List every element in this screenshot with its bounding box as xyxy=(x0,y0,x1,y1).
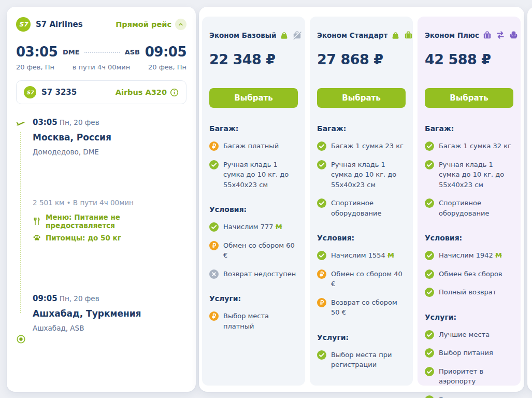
flight-summary-card: S7 S7 Airlines Прямой рейс 03:05 DME ASB… xyxy=(7,7,196,392)
timeline-spacer xyxy=(33,242,186,294)
depart-city: Москва, Россия xyxy=(33,132,186,143)
fare-header-icons xyxy=(279,30,302,40)
fare-feature-item: Обмен со сбором 40 € xyxy=(317,269,406,289)
direct-flight-toggle[interactable]: Прямой рейс xyxy=(116,19,186,30)
fare-feature-text: Бизнес зал xyxy=(439,395,478,398)
flight-number: S7 3235 xyxy=(41,88,77,97)
fare-feature-text: Выбор места при регистрации xyxy=(331,350,406,370)
fare-section-heading: Услуги: xyxy=(209,294,298,303)
fare-feature-item: Возврат со сбором 50 € xyxy=(317,297,406,318)
arrive-date: 20 фев, Пн xyxy=(143,63,186,71)
fare-feature-item: Багаж 1 сумка 23 кг xyxy=(317,141,406,151)
baggage-purple-icon xyxy=(482,30,492,40)
fare-feature-item: Возврат недоступен xyxy=(209,269,298,279)
fare-title: Эконом Плюс xyxy=(425,31,479,39)
fare-feature-item: Багаж 1 сумка 32 кг xyxy=(425,141,513,151)
fare-feature-text: Выбор питания xyxy=(439,348,493,358)
menu-feature-row: Меню: Питание не предоставляется xyxy=(33,213,186,230)
arrive-airport: Ашхабад, ASB xyxy=(33,324,186,332)
route-dates-row: 20 фев, Пн в пути 4ч 00мин 20 фев, Пн xyxy=(7,60,196,71)
timeline-dotted-line xyxy=(20,132,21,313)
fare-title: Эконом Базовый xyxy=(209,31,276,39)
segment-depart-date: Пн, 20 фев xyxy=(60,118,99,126)
segment-arrive-time-row: 09:05Пн, 20 фев xyxy=(33,294,186,303)
depart-airport: Домодедово, DME xyxy=(33,148,186,156)
seat-purple-icon xyxy=(509,30,519,40)
paid-icon xyxy=(317,269,326,279)
select-fare-button[interactable]: Выбрать xyxy=(425,88,513,108)
arrive-city: Ашхабад, Туркмения xyxy=(33,308,186,319)
fare-feature-text: Спортивное оборудование xyxy=(439,198,513,218)
fare-feature-text: Начислим 1554 М xyxy=(331,250,394,261)
fare-card-header: Эконом Базовый xyxy=(209,30,298,40)
fare-feature-item: Ручная кладь 1 сумка до 10 кг, до 55x40x… xyxy=(425,160,513,190)
fare-feature-text: Возврат недоступен xyxy=(223,269,296,279)
fare-options-panel: Эконом Базовый 22 348 ₽ Выбрать Багаж:Ба… xyxy=(199,7,524,392)
route-times-row: 03:05 DME ASB 09:05 xyxy=(7,32,196,60)
fare-feature-item: Спортивное оборудование xyxy=(425,198,513,218)
arrive-airport-code: ASB xyxy=(125,48,140,56)
fare-section-heading: Условия: xyxy=(317,234,406,242)
menu-label: Меню: Питание не предоставляется xyxy=(46,213,186,230)
fare-feature-text: Багаж 1 сумка 23 кг xyxy=(331,141,404,151)
check-icon xyxy=(317,251,326,260)
fare-details: Багаж:Багаж платныйРучная кладь 1 сумка … xyxy=(209,124,298,331)
s7-airline-logo: S7 xyxy=(24,86,36,98)
fare-feature-item: Полный возврат xyxy=(425,287,513,297)
flight-fares-page: { "colors": { "brand_green": "#94bf21", … xyxy=(0,0,532,398)
fare-feature-item: Начислим 777 М xyxy=(209,222,298,232)
fare-feature-item: Выбор питания xyxy=(425,348,513,358)
paid-icon xyxy=(209,311,219,321)
check-icon xyxy=(317,350,326,360)
fare-details: Багаж:Багаж 1 сумка 23 кгРучная кладь 1 … xyxy=(317,124,406,370)
fare-feature-item: Выбор места платный xyxy=(209,311,298,331)
fare-feature-item: Начислим 1942 М xyxy=(425,250,513,261)
fare-price: 42 588 ₽ xyxy=(425,51,513,67)
baggage-crossed-gray-icon xyxy=(292,30,302,40)
info-icon[interactable] xyxy=(170,88,179,97)
next-fare-card-peek[interactable] xyxy=(527,7,532,392)
fare-feature-item: Бизнес зал xyxy=(425,395,513,398)
fare-feature-text: Лучшие места xyxy=(439,330,490,340)
paid-icon xyxy=(209,141,219,151)
fare-details: Багаж:Багаж 1 сумка 32 кгРучная кладь 1 … xyxy=(425,124,513,398)
fare-feature-item: Выбор места при регистрации xyxy=(317,350,406,370)
fare-feature-item: Ручная кладь 1 сумка до 10 кг, до 55x40x… xyxy=(209,160,298,190)
fare-feature-text: Багаж 1 сумка 32 кг xyxy=(439,141,511,151)
arrive-time: 09:05 xyxy=(143,44,186,60)
fare-card: Эконом Стандарт 27 868 ₽ Выбрать Багаж:Б… xyxy=(310,17,413,386)
aircraft-name: Airbus A320 xyxy=(116,88,167,96)
pets-feature-row: Питомцы: до 50 кг xyxy=(33,234,186,242)
select-fare-button[interactable]: Выбрать xyxy=(317,88,406,108)
fare-section-heading: Багаж: xyxy=(425,124,513,133)
fare-feature-item: Багаж платный xyxy=(209,141,298,151)
arrival-marker-icon xyxy=(16,334,26,346)
fare-feature-text: Обмен со сбором 60 € xyxy=(223,240,298,261)
fare-feature-item: Лучшие места xyxy=(425,330,513,340)
paid-icon xyxy=(209,241,219,250)
check-icon xyxy=(425,251,434,260)
direct-flight-label: Прямой рейс xyxy=(116,20,171,29)
depart-date: 20 фев, Пн xyxy=(16,63,60,71)
fare-feature-item: Начислим 1554 М xyxy=(317,250,406,261)
fare-feature-item: Приоритет в аэропорту xyxy=(425,366,513,387)
timeline-spacer xyxy=(33,156,186,198)
fare-feature-item: Обмен без сборов xyxy=(425,269,513,279)
check-icon xyxy=(425,395,434,398)
fare-header-icons xyxy=(482,30,519,40)
check-icon xyxy=(209,160,219,169)
select-fare-button[interactable]: Выбрать xyxy=(209,88,298,108)
chevron-up-icon[interactable] xyxy=(175,19,186,30)
check-icon xyxy=(317,198,326,208)
fare-price: 27 868 ₽ xyxy=(317,51,406,67)
fare-section-heading: Условия: xyxy=(425,234,513,242)
fare-feature-text: Полный возврат xyxy=(439,287,496,297)
fare-feature-text: Ручная кладь 1 сумка до 10 кг, до 55x40x… xyxy=(223,160,298,190)
segment-depart-time-row: 03:05Пн, 20 фев xyxy=(33,118,186,127)
fare-section-heading: Багаж: xyxy=(209,124,298,133)
flight-duration: в пути 4ч 00мин xyxy=(60,63,143,71)
baggage-green-icon xyxy=(404,30,413,40)
fare-feature-text: Ручная кладь 1 сумка до 10 кг, до 55x40x… xyxy=(439,160,513,190)
pets-label: Питомцы: до 50 кг xyxy=(46,234,121,242)
fare-card-header: Эконом Плюс xyxy=(425,30,513,40)
